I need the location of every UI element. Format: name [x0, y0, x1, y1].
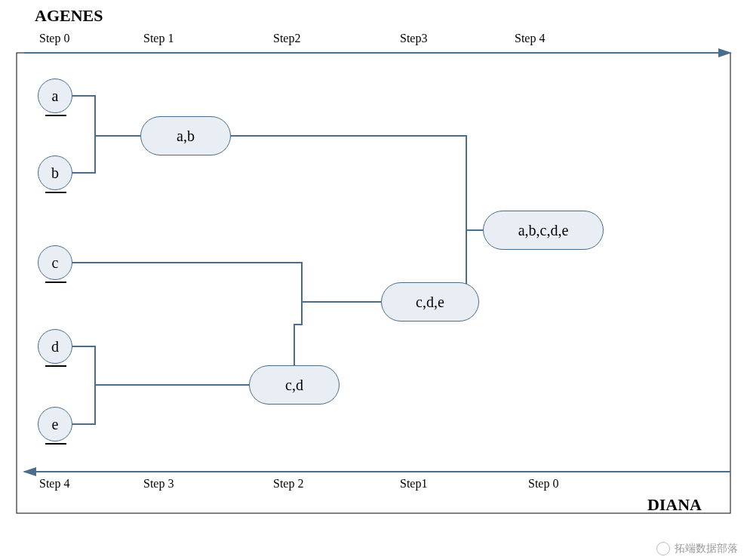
- node-c: c: [38, 245, 72, 280]
- node-e: e: [38, 407, 72, 442]
- node-d: d: [38, 329, 72, 364]
- node-e-shadow: [45, 443, 66, 445]
- title-agnes: AGENES: [35, 6, 103, 26]
- title-diana: DIANA: [647, 495, 702, 515]
- svg-rect-0: [17, 53, 730, 513]
- wechat-icon: [656, 542, 670, 555]
- bottom-step-3: Step1: [400, 477, 427, 491]
- bottom-step-0: Step 4: [39, 477, 69, 491]
- top-step-4: Step 4: [515, 32, 545, 45]
- bottom-step-1: Step 3: [143, 477, 174, 491]
- top-step-3: Step3: [400, 32, 427, 45]
- frame-svg: [0, 0, 747, 560]
- node-c-shadow: [45, 282, 66, 283]
- watermark-text: 拓端数据部落: [675, 542, 738, 555]
- node-b-shadow: [45, 192, 66, 193]
- bottom-step-4: Step 0: [528, 477, 558, 491]
- node-a-shadow: [45, 115, 66, 116]
- node-cd: c,d: [249, 365, 340, 405]
- bottom-step-2: Step 2: [273, 477, 303, 491]
- node-abcde: a,b,c,d,e: [483, 211, 604, 250]
- node-ab: a,b: [140, 116, 231, 155]
- node-a: a: [38, 78, 72, 113]
- top-step-0: Step 0: [39, 32, 69, 45]
- top-step-1: Step 1: [143, 32, 174, 45]
- watermark: 拓端数据部落: [656, 542, 738, 555]
- node-cde: c,d,e: [381, 282, 479, 322]
- node-b: b: [38, 155, 72, 190]
- node-d-shadow: [45, 365, 66, 367]
- top-step-2: Step2: [273, 32, 300, 45]
- diagram-stage: AGENES DIANA Step 0 Step 1 Step2 Step3 S…: [0, 0, 747, 560]
